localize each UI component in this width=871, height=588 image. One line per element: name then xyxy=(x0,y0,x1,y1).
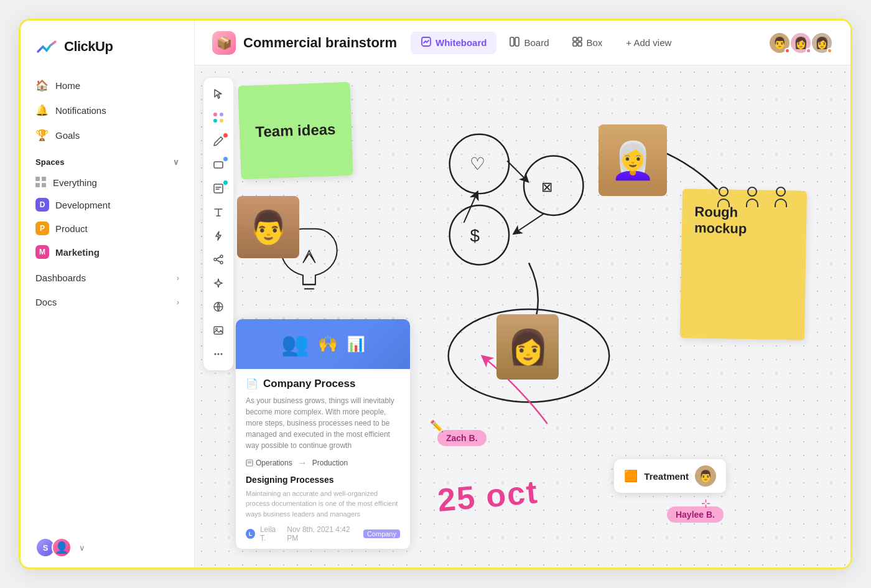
spaces-chevron-icon: ∨ xyxy=(173,157,179,167)
sticky-note-team-ideas[interactable]: Team ideas xyxy=(238,82,353,179)
treatment-avatar: 👨 xyxy=(695,465,716,487)
app-container: ClickUp 🏠 Home 🔔 Notifications 🏆 Goals S… xyxy=(19,19,852,569)
sticky-note-tool[interactable] xyxy=(207,177,230,200)
doc-section-text: Maintaining an accurate and well-organiz… xyxy=(246,488,400,520)
whiteboard-icon xyxy=(421,36,432,50)
sidebar-item-goals[interactable]: 🏆 Goals xyxy=(21,123,194,147)
sidebar-item-docs[interactable]: Docs › xyxy=(21,288,194,312)
main-content: 📦 Commercial brainstorm Whiteboard Board xyxy=(195,21,850,567)
whiteboard-canvas[interactable]: ♡ $ ⊠ xyxy=(195,65,850,567)
doc-card-tags: Operations → Production xyxy=(246,457,400,469)
user-label-haylee-text: Haylee B. xyxy=(676,510,715,520)
board-icon xyxy=(509,36,520,50)
cursor-tool[interactable] xyxy=(207,83,230,105)
svg-point-9 xyxy=(213,119,217,123)
topbar-avatar-3[interactable]: 👩 xyxy=(811,32,833,54)
topbar-avatars: 👨 👩 👩 xyxy=(768,32,833,54)
topbar: 📦 Commercial brainstorm Whiteboard Board xyxy=(195,21,850,65)
sticky-dot xyxy=(223,180,228,185)
page-title: Commercial brainstorm xyxy=(243,35,397,51)
topbar-avatar-2[interactable]: 👩 xyxy=(789,32,812,54)
globe-tool[interactable] xyxy=(207,296,230,318)
sparkle-tool[interactable] xyxy=(207,272,230,294)
svg-point-24 xyxy=(450,205,509,264)
spaces-label: Spaces xyxy=(35,157,65,167)
person-photo-man: 👨 xyxy=(237,196,299,258)
doc-card-title: 📄 Company Process xyxy=(246,378,400,390)
marketing-badge: M xyxy=(35,245,49,259)
sidebar-development-label: Development xyxy=(55,200,110,210)
user-label-haylee: Haylee B. xyxy=(667,506,724,523)
sidebar-item-home-label: Home xyxy=(55,80,80,91)
logo[interactable]: ClickUp xyxy=(21,21,194,70)
svg-rect-12 xyxy=(214,184,223,193)
tab-box[interactable]: Box xyxy=(562,32,613,54)
svg-rect-1 xyxy=(510,37,514,46)
sidebar-marketing-label: Marketing xyxy=(55,247,100,258)
more-tools[interactable] xyxy=(207,343,230,365)
lightning-tool[interactable] xyxy=(207,225,230,247)
svg-point-20 xyxy=(218,353,220,355)
tab-board-label: Board xyxy=(524,37,549,48)
topbar-avatar-1[interactable]: 👨 xyxy=(768,32,791,54)
treatment-box[interactable]: 🟧 Treatment 👨 xyxy=(614,459,726,493)
user-label-zach: Zach B. xyxy=(437,430,487,446)
dev-badge: D xyxy=(35,198,49,212)
pencil-cursor-icon: ✏️ xyxy=(430,419,444,433)
sidebar-item-notifications[interactable]: 🔔 Notifications xyxy=(21,98,194,123)
sidebar-item-product[interactable]: P Product xyxy=(21,217,194,240)
avatar-chevron-icon[interactable]: ∨ xyxy=(79,543,85,553)
sidebar-bottom: S 👤 ∨ xyxy=(21,528,194,567)
box-icon xyxy=(572,36,583,50)
svg-point-21 xyxy=(221,353,223,355)
svg-point-13 xyxy=(220,255,223,258)
svg-point-19 xyxy=(215,353,217,355)
doc-card-body: 📄 Company Process As your business grows… xyxy=(236,369,410,549)
clickup-logo-icon xyxy=(35,35,58,58)
doc-tag-operations: Operations xyxy=(246,459,292,467)
doc-footer: L Leila T. Nov 8th, 2021 4:42 PM Company xyxy=(246,525,400,543)
avatar-j[interactable]: 👤 xyxy=(52,538,72,558)
sidebar-item-dashboards[interactable]: Dashboards › xyxy=(21,264,194,288)
user-label-zach-text: Zach B. xyxy=(446,433,478,443)
rectangle-tool[interactable] xyxy=(207,154,230,176)
sidebar-item-everything[interactable]: Everything xyxy=(21,172,194,193)
sidebar-item-development[interactable]: D Development xyxy=(21,193,194,217)
bell-icon: 🔔 xyxy=(35,104,48,116)
doc-date: Nov 8th, 2021 4:42 PM xyxy=(287,525,358,543)
people-icons-group xyxy=(712,187,792,209)
doc-card[interactable]: 👥 🙌 📊 📄 Company Process As your business… xyxy=(236,319,410,549)
spaces-header[interactable]: Spaces ∨ xyxy=(21,147,194,172)
doc-card-header-image: 👥 🙌 📊 xyxy=(236,319,410,369)
treatment-label: Treatment xyxy=(644,471,689,482)
sidebar-item-marketing[interactable]: M Marketing xyxy=(21,240,194,264)
tab-whiteboard[interactable]: Whiteboard xyxy=(411,32,497,54)
pen-multicolor-tool[interactable] xyxy=(207,106,230,129)
text-tool[interactable] xyxy=(207,201,230,223)
sidebar-everything-label: Everything xyxy=(53,177,97,188)
tab-box-label: Box xyxy=(587,37,603,48)
pencil-tool[interactable] xyxy=(207,130,230,152)
svg-rect-4 xyxy=(578,37,582,41)
goals-icon: 🏆 xyxy=(35,129,48,141)
svg-point-18 xyxy=(216,329,218,330)
sidebar-item-home[interactable]: 🏠 Home xyxy=(21,73,194,98)
dashboards-chevron-icon: › xyxy=(177,273,179,282)
dashboards-label: Dashboards xyxy=(35,273,86,283)
sticky-note-rough-mockup[interactable]: Rough mockup xyxy=(680,189,807,340)
share-tool[interactable] xyxy=(207,248,230,271)
svg-point-15 xyxy=(220,261,223,264)
add-view-button[interactable]: + Add view xyxy=(617,33,680,52)
sidebar: ClickUp 🏠 Home 🔔 Notifications 🏆 Goals S… xyxy=(21,21,195,567)
tab-whiteboard-label: Whiteboard xyxy=(436,37,487,48)
doc-author-avatar: L xyxy=(246,529,255,539)
doc-author: Leila T. xyxy=(260,525,282,543)
svg-rect-6 xyxy=(578,42,582,46)
docs-label: Docs xyxy=(35,297,57,307)
doc-card-description: As your business grows, things will inev… xyxy=(246,395,400,451)
product-badge: P xyxy=(35,222,49,235)
image-tool[interactable] xyxy=(207,319,230,342)
tab-board[interactable]: Board xyxy=(499,32,559,54)
svg-point-14 xyxy=(214,258,217,261)
home-icon: 🏠 xyxy=(35,79,48,91)
